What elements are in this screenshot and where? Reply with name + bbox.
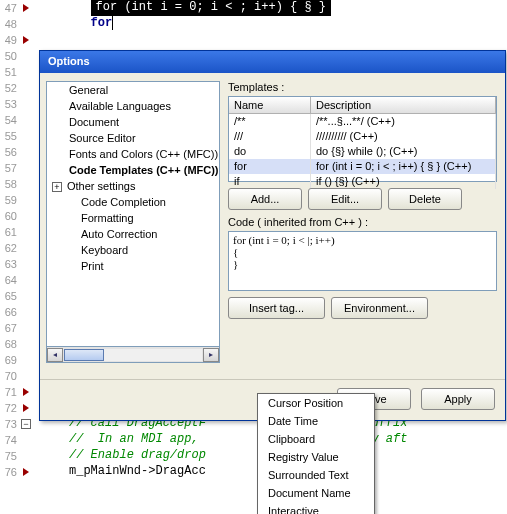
tree-item[interactable]: Formatting	[47, 210, 219, 226]
menu-item[interactable]: Document Name	[258, 484, 374, 502]
template-name-cell: /**	[229, 114, 311, 129]
tree-item-label: Other settings	[67, 180, 135, 192]
menu-item[interactable]: Cursor Position	[258, 394, 374, 412]
line-number: 71	[0, 386, 19, 398]
category-tree[interactable]: GeneralAvailable LanguagesDocumentSource…	[46, 81, 220, 347]
template-desc-cell: /**...§...**/ (C++)	[311, 114, 496, 129]
code-line: for (int i = 0; i < |; i++)	[233, 234, 492, 246]
line-number: 69	[0, 354, 19, 366]
fold-icon[interactable]: −	[21, 419, 31, 429]
template-desc-cell: ////////// (C++)	[311, 129, 496, 144]
line-number: 76	[0, 466, 19, 478]
line-number: 64	[0, 274, 19, 286]
tree-item-label: General	[69, 84, 108, 96]
line-number: 68	[0, 338, 19, 350]
template-row[interactable]: ///////////// (C++)	[229, 129, 496, 144]
line-number: 61	[0, 226, 19, 238]
menu-item[interactable]: Surrounded Text	[258, 466, 374, 484]
line-number: 50	[0, 50, 19, 62]
code-preview-box[interactable]: for (int i = 0; i < |; i++){}	[228, 231, 497, 291]
tree-item-label: Formatting	[81, 212, 134, 224]
tree-item[interactable]: Document	[47, 114, 219, 130]
line-number: 49	[0, 34, 19, 46]
line-number: 53	[0, 98, 19, 110]
line-number: 59	[0, 194, 19, 206]
apply-button[interactable]: Apply	[421, 388, 495, 410]
bookmark-icon	[23, 4, 29, 12]
dialog-titlebar[interactable]: Options	[40, 51, 505, 73]
template-desc-cell: do {§} while (); (C++)	[311, 144, 496, 159]
template-row[interactable]: dodo {§} while (); (C++)	[229, 144, 496, 159]
code-line: }	[233, 258, 492, 270]
bookmark-icon	[23, 36, 29, 44]
line-number: 48	[0, 18, 19, 30]
tree-item[interactable]: Keyboard	[47, 242, 219, 258]
edit-button[interactable]: Edit...	[308, 188, 382, 210]
tree-item-label: Print	[81, 260, 104, 272]
typed-keyword: for	[91, 16, 113, 30]
environment-button[interactable]: Environment...	[331, 297, 428, 319]
tree-item[interactable]: Print	[47, 258, 219, 274]
line-number: 56	[0, 146, 19, 158]
template-row[interactable]: /**/**...§...**/ (C++)	[229, 114, 496, 129]
tree-item[interactable]: Source Editor	[47, 130, 219, 146]
template-name-cell: do	[229, 144, 311, 159]
tree-item-label: Source Editor	[69, 132, 136, 144]
templates-label: Templates :	[228, 81, 497, 93]
tree-horizontal-scrollbar[interactable]: ◂ ▸	[46, 347, 220, 363]
menu-item[interactable]: Clipboard	[258, 430, 374, 448]
options-dialog: Options GeneralAvailable LanguagesDocume…	[39, 50, 506, 421]
tree-item[interactable]: Available Languages	[47, 98, 219, 114]
line-number: 54	[0, 114, 19, 126]
tree-item[interactable]: General	[47, 82, 219, 98]
tree-item[interactable]: Code Completion	[47, 194, 219, 210]
tree-item-label: Auto Correction	[81, 228, 157, 240]
tree-item[interactable]: Auto Correction	[47, 226, 219, 242]
template-row[interactable]: forfor (int i = 0; i < ; i++) { § } (C++…	[229, 159, 496, 174]
line-number: 57	[0, 162, 19, 174]
insert-tag-button[interactable]: Insert tag...	[228, 297, 325, 319]
line-number: 72	[0, 402, 19, 414]
tree-item-label: Available Languages	[69, 100, 171, 112]
tree-item-label: Document	[69, 116, 119, 128]
gutter-marker	[19, 388, 33, 396]
template-name-cell: if	[229, 174, 311, 189]
bookmark-icon	[23, 468, 29, 476]
column-header-name[interactable]: Name	[229, 97, 311, 113]
code-line: m_pMainWnd->DragAcc	[69, 464, 206, 478]
code-tooltip: for (int i = 0; i < ; i++) { § }	[91, 0, 331, 16]
line-number: 74	[0, 434, 19, 446]
templates-grid[interactable]: Name Description /**/**...§...**/ (C++)/…	[228, 96, 497, 182]
line-number-gutter: 4748495051525354555657585960616263646566…	[0, 0, 33, 480]
line-number: 58	[0, 178, 19, 190]
line-number: 60	[0, 210, 19, 222]
scrollbar-right-button[interactable]: ▸	[203, 348, 219, 362]
template-row[interactable]: ifif () {§} (C++)	[229, 174, 496, 189]
tree-item[interactable]: +Other settings	[47, 178, 219, 194]
menu-item[interactable]: Interactive	[258, 502, 374, 514]
bookmark-icon	[23, 388, 29, 396]
tree-item[interactable]: Code Templates (C++ (MFC))	[47, 162, 219, 178]
line-number: 73	[0, 418, 19, 430]
gutter-marker	[19, 4, 33, 12]
menu-item[interactable]: Date Time	[258, 412, 374, 430]
add-button[interactable]: Add...	[228, 188, 302, 210]
template-name-cell: for	[229, 159, 311, 174]
menu-item[interactable]: Registry Value	[258, 448, 374, 466]
tree-item-label: Code Completion	[81, 196, 166, 208]
line-number: 51	[0, 66, 19, 78]
tree-item[interactable]: Fonts and Colors (C++ (MFC))	[47, 146, 219, 162]
scrollbar-left-button[interactable]: ◂	[47, 348, 63, 362]
scrollbar-thumb[interactable]	[64, 349, 104, 361]
delete-button[interactable]: Delete	[388, 188, 462, 210]
tree-item-label: Fonts and Colors (C++ (MFC))	[69, 148, 218, 160]
insert-tag-menu: Cursor PositionDate TimeClipboardRegistr…	[257, 393, 375, 514]
gutter-marker: −	[19, 419, 33, 429]
line-number: 62	[0, 242, 19, 254]
line-number: 52	[0, 82, 19, 94]
expand-icon[interactable]: +	[52, 182, 62, 192]
gutter-marker	[19, 36, 33, 44]
column-header-description[interactable]: Description	[311, 97, 496, 113]
line-number: 55	[0, 130, 19, 142]
line-number: 67	[0, 322, 19, 334]
